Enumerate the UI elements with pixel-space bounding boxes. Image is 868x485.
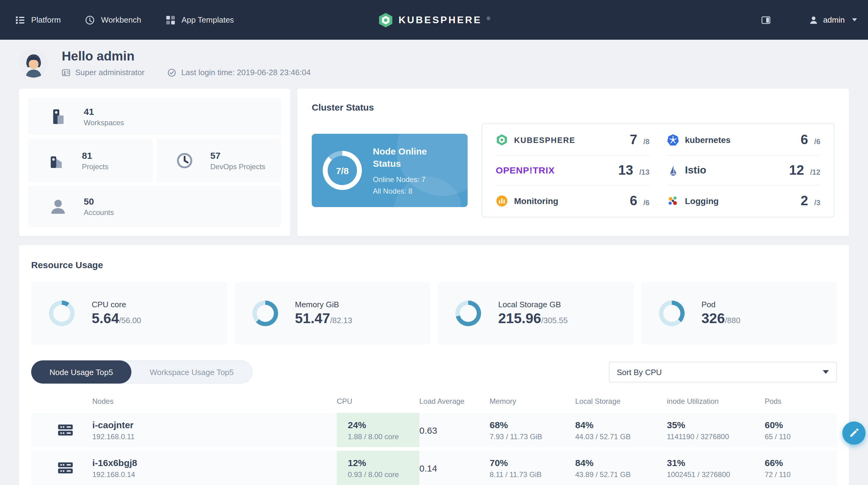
node-ip: 192.168.0.14 [92,470,337,479]
node-online-donut: 7/8 [323,151,362,190]
inode-cell: 31% 1002451 / 3276800 [667,457,765,479]
main-nav: Platform Workbench App Templates [15,15,234,25]
usage-tabs: Node Usage Top5 Workspace Usage Top5 [31,360,253,384]
stat-text: 41 Workspaces [84,106,124,127]
logging-icon [666,195,679,207]
component-kubesphere: KUBESPHERE 7 /8 [496,125,649,156]
kubernetes-icon [666,134,679,146]
top-navigation-bar: Platform Workbench App Templates KUBESPH… [0,0,868,40]
component-name: kubernetes [685,135,731,145]
node-name[interactable]: i-caojnter [92,419,337,430]
stat-tile-workspaces[interactable]: 41 Workspaces [28,98,281,135]
user-menu[interactable]: admin [808,15,857,25]
devops-icon [175,151,194,170]
table-row[interactable]: i-caojnter 192.168.0.11 24% 1.88 / 8.00 … [31,413,837,447]
memory-cell: 70% 8.11 / 11.73 GiB [490,457,575,479]
sort-by-dropdown[interactable]: Sort By CPU [609,362,837,382]
kubesphere-icon [496,134,508,146]
pods-percent: 60% [765,419,837,430]
col-load-average: Load Average [419,397,490,406]
edit-fab-button[interactable] [842,421,866,445]
server-icon [56,420,75,440]
component-count: 7 [630,132,637,148]
gauge-local-storage: Local Storage GB 215.96/305.55 [438,282,633,345]
gauge-value: 5.64/56.00 [92,310,141,327]
stat-tile-accounts[interactable]: 50 Accounts [28,186,281,227]
nav-item-label: Platform [31,15,61,25]
cpu-detail: 1.88 / 8.00 core [348,432,419,441]
gauge-label: Pod [702,300,740,309]
stat-label: DevOps Projects [210,162,265,171]
gauge-cpu: CPU core 5.64/56.00 [31,282,227,345]
component-count: 6 [801,132,808,148]
local-storage-cell: 84% 43.89 / 52.71 GB [575,457,667,479]
col-pods: Pods [765,397,837,406]
gauge-label: Memory GiB [295,300,352,309]
storage-percent: 84% [575,457,667,467]
cluster-status-title: Cluster Status [312,102,834,112]
component-total: /3 [814,198,820,207]
memory-detail: 7.93 / 11.73 GiB [490,432,575,441]
chevron-down-icon [823,370,829,374]
stat-value: 81 [82,150,108,160]
logo-registered-mark: ® [487,15,490,21]
cpu-detail: 0.93 / 8.00 core [348,470,419,479]
avatar [19,48,48,77]
stat-value: 57 [210,150,265,160]
tab-node-usage-top5[interactable]: Node Usage Top5 [31,360,131,384]
gauge-value: 51.47/82.13 [295,310,352,327]
pods-detail: 72 / 110 [765,470,837,479]
stat-text: 50 Accounts [84,196,114,217]
stat-tile-devops-projects[interactable]: 57 DevOps Projects [156,139,281,182]
nav-item-platform[interactable]: Platform [15,15,61,25]
check-circle-icon [168,68,176,77]
online-nodes-label: Online Nodes: 7 [373,175,452,184]
component-name: Logging [685,196,718,205]
cluster-status-card: Cluster Status 7/8 Node Online Status On… [297,89,849,236]
nav-item-workbench[interactable]: Workbench [85,15,141,25]
inode-percent: 35% [667,419,765,430]
nav-item-label: App Templates [182,15,234,25]
all-nodes-label: All Nodes: 8 [373,187,452,196]
component-total: /13 [640,168,649,176]
gauge-total: /82.13 [330,316,352,325]
component-openpitrix: OPENP!TRIX 13 /13 [496,156,649,186]
local-storage-donut [455,300,481,326]
usage-controls: Node Usage Top5 Workspace Usage Top5 Sor… [31,360,837,384]
inode-percent: 31% [667,457,765,467]
last-login-label: Last login time: 2019-06-28 23:46:04 [181,68,311,77]
stat-text: 81 Projects [82,150,108,171]
storage-detail: 44.03 / 52.71 GB [575,432,667,441]
node-online-heading: Node Online Status [373,146,452,170]
stat-text: 57 DevOps Projects [210,150,265,171]
component-kubernetes: kubernetes 6 /6 [666,125,820,156]
kubesphere-logo[interactable]: KUBESPHERE ® [378,12,490,28]
component-count: 12 [789,162,804,179]
component-total: /6 [643,198,649,207]
nav-item-app-templates[interactable]: App Templates [166,15,234,25]
stat-tile-projects[interactable]: 81 Projects [28,139,153,182]
tab-workspace-usage-top5[interactable]: Workspace Usage Top5 [131,361,252,383]
stat-label: Accounts [84,208,114,217]
server-icon [56,458,75,478]
storage-detail: 43.89 / 52.71 GB [575,470,667,479]
memory-percent: 68% [490,419,575,430]
gauge-memory: Memory GiB 51.47/82.13 [235,282,430,345]
stat-label: Projects [82,162,108,171]
split-view-icon[interactable] [761,15,771,25]
component-monitoring: Monitoring 6 /6 [496,186,649,216]
stat-value: 41 [84,106,124,116]
node-name[interactable]: i-16x6bgj8 [92,457,337,467]
memory-detail: 8.11 / 11.73 GiB [490,470,575,479]
workspaces-icon [48,106,68,126]
pod-donut [659,300,684,326]
cpu-donut [49,300,74,326]
user-icon [808,15,818,25]
app-templates-icon [166,15,176,25]
table-row[interactable]: i-16x6bgj8 192.168.0.14 12% 0.93 / 8.00 … [31,451,837,485]
chevron-down-icon [852,18,857,21]
last-login-meta: Last login time: 2019-06-28 23:46:04 [168,68,311,77]
component-name: Monitoring [514,196,558,205]
role-meta: Super administrator [62,68,145,77]
col-cpu: CPU [337,397,419,406]
